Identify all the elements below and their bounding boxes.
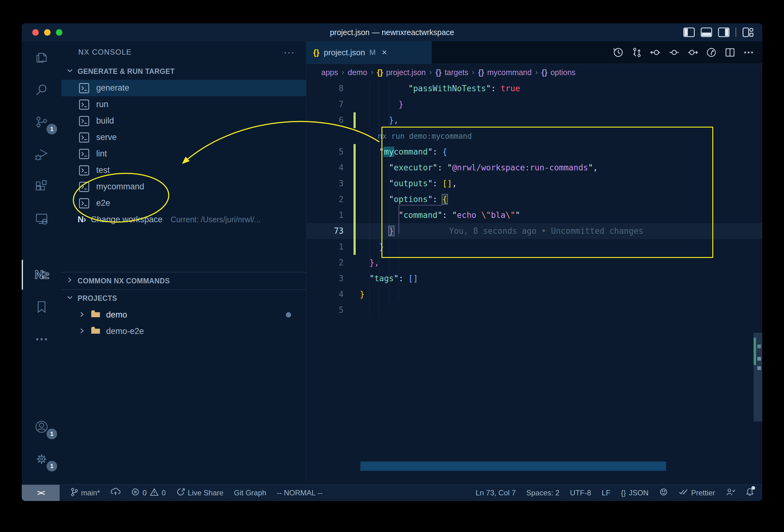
code-line[interactable]: 8 "passWithNoTests": true [306,81,762,96]
json-braces-icon: {} [478,68,484,77]
sidebar-item-e2e[interactable]: e2e [61,195,306,212]
remote-explorer-icon[interactable] [22,203,61,235]
project-name: demo [106,310,127,320]
sidebar-item-run[interactable]: run [61,96,306,113]
accounts-icon[interactable]: 1 [22,411,61,443]
code-editor[interactable]: 8 "passWithNoTests": true7 }6 }, nx run … [306,81,762,484]
sidebar-item-lint[interactable]: lint [61,146,306,162]
breadcrumb-project.json[interactable]: {}project.json [377,68,425,77]
source-control-icon[interactable]: 1 [22,106,61,138]
feedback-smiley-item[interactable] [659,487,668,498]
line-number: 4 [306,286,343,302]
git-branch-item[interactable]: main* [70,487,100,499]
code-line[interactable]: 73 }You, 8 seconds ago • Uncommitted cha… [306,223,762,239]
sidebar-more-actions-icon[interactable]: ··· [284,47,295,57]
code-token: } [389,226,394,235]
code-line[interactable]: 1 } [306,239,762,255]
language-mode[interactable]: {} JSON [621,488,649,497]
json-braces-icon: {} [541,68,547,77]
extensions-icon[interactable] [22,170,61,203]
remote-indicator[interactable]: >< [22,485,60,501]
more-actions-icon[interactable] [740,45,757,60]
section-generate-run-target[interactable]: GENERATE & RUN TARGET [61,63,306,80]
code-line[interactable]: 4 "executor": "@nrwl/workspace:run-comma… [306,160,762,176]
breadcrumb-apps[interactable]: apps [321,68,338,77]
sidebar-item-serve[interactable]: serve [61,129,306,146]
prettier-item[interactable]: Prettier [678,488,715,498]
timeline-history-icon[interactable] [610,45,626,60]
sidebar-item-mycommand[interactable]: mycommand [61,178,306,195]
sidebar-item-build[interactable]: build [61,113,306,129]
project-item-demo[interactable]: demo [61,307,306,323]
section-common-nx-commands[interactable]: COMMON NX COMMANDS [61,272,306,289]
target-label: test [96,165,110,175]
code-token: [] [409,274,418,283]
breadcrumb-demo[interactable]: demo [348,68,367,77]
gutter-modified-indicator [354,239,356,255]
terminal-icon [79,181,89,192]
breadcrumb-mycommand[interactable]: {}mycommand [478,68,532,77]
code-line[interactable]: 7 } [306,96,762,112]
compare-changes-icon[interactable] [629,45,645,60]
gitlens-timeline-icon[interactable] [703,45,720,60]
current-change-icon[interactable] [666,45,682,60]
code-line[interactable]: 5 [306,302,762,318]
sidebar-item-test[interactable]: test [61,162,306,178]
project-item-demo-e2e[interactable]: demo-e2e [61,323,306,340]
code-token: " [515,211,520,220]
breadcrumb-targets[interactable]: {}targets [436,68,468,77]
sync-item[interactable] [111,487,120,498]
next-change-icon[interactable] [685,45,701,60]
live-share-contact-item[interactable] [726,487,735,498]
code-line[interactable]: 6 }, [306,112,762,128]
run-debug-icon[interactable] [22,138,61,170]
code-token: " [360,211,403,220]
code-line[interactable]: 4} [306,286,762,302]
code-line[interactable]: 2 "options": { [306,192,762,207]
codelens-row[interactable]: nx run demo:mycommand [306,128,762,144]
change-workspace-current: Current: /Users/juri/nrwl/... [171,215,261,224]
eol-sequence[interactable]: LF [602,488,611,497]
explorer-icon[interactable] [22,41,61,74]
sidebar-item-generate[interactable]: generate [61,80,306,96]
split-editor-icon[interactable] [722,45,738,60]
encoding[interactable]: UTF-8 [570,488,591,497]
code-line[interactable]: 3 "tags": [] [306,271,762,286]
code-line[interactable]: 5 "mycommand": { [306,144,762,160]
code-token: " [360,163,394,172]
line-number: 6 [306,112,343,128]
indentation[interactable]: Spaces: 2 [526,488,560,497]
cursor-position[interactable]: Ln 73, Col 7 [475,488,515,497]
horizontal-scrollbar[interactable] [360,461,666,471]
code-line[interactable]: 1 "command": "echo \"bla\"" [306,207,762,223]
vim-mode-indicator[interactable]: -- NORMAL -- [277,488,323,497]
toggle-secondary-sidebar-icon[interactable] [718,28,729,37]
breadcrumb-options[interactable]: {}options [541,68,576,77]
previous-change-icon[interactable] [647,45,664,60]
nx-console-icon[interactable]: N≥ [22,258,61,291]
code-token: { [442,147,447,157]
toggle-sidebar-icon[interactable] [683,28,695,37]
code-line[interactable]: 3 "outputs": [], [306,176,762,192]
chevron-right-icon[interactable] [79,311,85,319]
tab-project-json[interactable]: {} project.json M × [306,41,432,64]
notifications-item[interactable] [746,487,754,499]
settings-gear-icon[interactable]: 1 [22,443,61,475]
tab-close-icon[interactable]: × [382,48,387,57]
line-number: 1 [306,207,343,223]
customize-layout-icon[interactable] [743,27,754,37]
sidebar-item-change-workspace[interactable]: N› Change workspace Current: /Users/juri… [61,212,306,228]
chevron-right-icon[interactable] [79,327,85,336]
bookmarks-icon[interactable] [22,291,61,323]
code-token: options [394,195,428,204]
codelens-run-command[interactable]: nx run demo:mycommand [360,132,472,141]
git-graph-item[interactable]: Git Graph [234,488,266,497]
more-views-icon[interactable] [22,323,61,355]
problems-item[interactable]: 0 0 [131,487,166,498]
layout-controls [683,23,754,41]
live-share-item[interactable]: Live Share [176,487,223,498]
toggle-panel-icon[interactable] [701,28,712,37]
code-line[interactable]: 2 }, [306,255,762,271]
search-icon[interactable] [22,74,61,106]
section-projects[interactable]: PROJECTS [61,289,306,307]
